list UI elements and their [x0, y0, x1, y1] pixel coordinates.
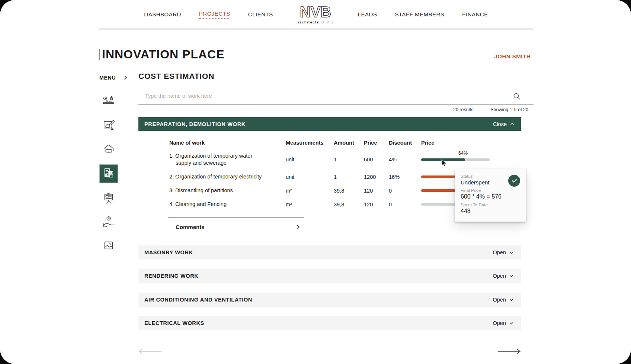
- final-price-label: Final Price: [461, 188, 520, 193]
- results-summary: 20 results Showing 1-5 of 20: [138, 107, 528, 112]
- sidebar-item-workspace[interactable]: [101, 94, 116, 110]
- showing-range: 1-5: [510, 107, 516, 112]
- logo-subtitle: architects studio: [293, 21, 338, 24]
- work-measurement: m²: [286, 188, 334, 194]
- comments-button[interactable]: Comments: [168, 224, 304, 230]
- search-input[interactable]: [138, 91, 534, 102]
- cost-estimation-title: COST ESTIMATION: [138, 72, 214, 81]
- section-title: RENDERING WORK: [144, 273, 198, 279]
- nvb-logo[interactable]: NVB architects studio: [293, 4, 338, 24]
- work-name: 2. Organization of temporary electricity: [169, 173, 267, 180]
- house-vr-icon: [102, 142, 116, 156]
- open-section-button[interactable]: Open: [493, 273, 513, 279]
- col-price: Price: [364, 140, 389, 146]
- sidebar-item-house-3d[interactable]: [101, 141, 116, 157]
- section-air-conditioning[interactable]: AIR CONDITIONING AND VENTILATION Open: [138, 293, 521, 307]
- gallery-icon: [102, 238, 116, 252]
- sidebar-item-cost-estimation[interactable]: $: [99, 164, 118, 183]
- col-price-progress: Price: [421, 140, 490, 146]
- text-caret: [99, 49, 100, 60]
- blueprint-icon: [102, 118, 116, 132]
- work-measurement: unit: [286, 157, 334, 162]
- showing-of: of 20: [518, 107, 528, 112]
- section-title: MASONRY WORK: [144, 249, 193, 255]
- svg-text:NVB: NVB: [300, 4, 331, 19]
- mouse-cursor-icon: [441, 159, 448, 167]
- nav-item-leads[interactable]: LEADS: [358, 11, 377, 17]
- col-measurements: Measurements: [286, 140, 334, 146]
- svg-text:S: S: [108, 217, 110, 220]
- sidebar-item-payments[interactable]: S: [101, 214, 116, 230]
- chevron-down-icon: [509, 275, 513, 277]
- work-name: 4. Clearing and Fencing: [169, 201, 267, 208]
- spent-to-date-label: Spent To Date: [461, 203, 520, 207]
- search-bar: [138, 91, 534, 104]
- work-amount: 39,8: [334, 202, 364, 207]
- showing-label: Showing: [490, 107, 508, 112]
- top-nav: DASHBOARD PROJECTS CLIENTS NVB architect…: [99, 0, 533, 29]
- chevron-right-icon: [124, 75, 127, 80]
- final-price-value: 600 * 4% = 576: [461, 193, 520, 200]
- section-masonry-work[interactable]: MASONRY WORK Open: [138, 245, 521, 260]
- workspace-icon: [102, 95, 116, 109]
- chevron-right-icon: [297, 225, 300, 230]
- spent-to-date-value: 448: [461, 208, 520, 215]
- work-measurement: unit: [286, 174, 334, 180]
- work-discount: 0: [389, 188, 421, 194]
- comments-label: Comments: [176, 224, 205, 230]
- col-amount: Amount: [334, 140, 364, 146]
- work-price: 120: [364, 202, 389, 207]
- svg-text:$: $: [109, 168, 110, 171]
- nav-item-clients[interactable]: CLIENTS: [248, 11, 273, 17]
- chevron-down-icon: [509, 251, 513, 254]
- section-header[interactable]: PREPARATION, DEMOLITION WORK Close: [138, 117, 521, 131]
- work-name: 1. Organization of temporary water suppl…: [169, 152, 267, 167]
- progress-label: 64%: [458, 151, 468, 156]
- col-discount: Discount: [389, 140, 421, 146]
- next-page-arrow[interactable]: [497, 349, 521, 354]
- nav-item-projects[interactable]: PROJECTS: [199, 10, 230, 19]
- chevron-down-icon: [509, 322, 513, 325]
- user-name[interactable]: JOHN SMITH: [494, 53, 531, 59]
- presentation-icon: [102, 191, 116, 206]
- results-dash: [477, 110, 487, 110]
- section-rendering-work[interactable]: RENDERING WORK Open: [138, 269, 521, 283]
- open-section-button[interactable]: Open: [493, 320, 513, 326]
- work-discount: 0: [389, 202, 421, 207]
- comments-divider: [168, 218, 304, 218]
- menu-toggle[interactable]: MENU: [99, 75, 127, 81]
- sidebar-item-blueprint[interactable]: [101, 117, 116, 133]
- work-price: 1200: [364, 174, 389, 180]
- progress-bar[interactable]: 64%: [421, 158, 490, 161]
- underspent-check-badge: [508, 175, 520, 187]
- section-title: PREPARATION, DEMOLITION WORK: [144, 121, 246, 127]
- section-title: AIR CONDITIONING AND VENTILATION: [144, 297, 252, 303]
- section-title: ELECTRICAL WORKS: [144, 320, 204, 326]
- work-amount: 1: [334, 157, 364, 162]
- nav-item-staff-members[interactable]: STAFF MEMBERS: [395, 11, 444, 17]
- work-price: 120: [364, 188, 389, 194]
- check-icon: [512, 178, 517, 183]
- nav-item-dashboard[interactable]: DASHBOARD: [144, 11, 181, 17]
- payments-icon: S: [102, 215, 116, 229]
- table-row: 1. Organization of temporary water suppl…: [169, 152, 521, 167]
- sidebar-icon-rail: $ S: [99, 94, 118, 253]
- nav-item-finance[interactable]: FINANCE: [462, 11, 488, 17]
- sidebar-item-presentation[interactable]: [101, 191, 116, 206]
- prev-page-arrow[interactable]: [138, 349, 162, 354]
- section-electrical-works[interactable]: ELECTRICAL WORKS Open: [138, 316, 521, 330]
- col-name-of-work: Name of work: [169, 140, 286, 146]
- cost-estimation-icon: $: [102, 167, 116, 181]
- work-discount: 16%: [389, 174, 421, 180]
- open-section-button[interactable]: Open: [493, 297, 513, 303]
- close-section-button[interactable]: Close: [493, 121, 514, 127]
- chevron-down-icon: [509, 299, 513, 301]
- open-section-button[interactable]: Open: [493, 249, 513, 255]
- search-icon[interactable]: [513, 92, 521, 100]
- results-count: 20 results: [453, 107, 473, 112]
- work-amount: 39,8: [334, 188, 364, 194]
- work-amount: 1: [334, 174, 364, 180]
- work-name: 3. Dismantling of partitions: [169, 187, 267, 194]
- sidebar-item-gallery[interactable]: [101, 238, 116, 253]
- chevron-up-icon: [510, 123, 514, 125]
